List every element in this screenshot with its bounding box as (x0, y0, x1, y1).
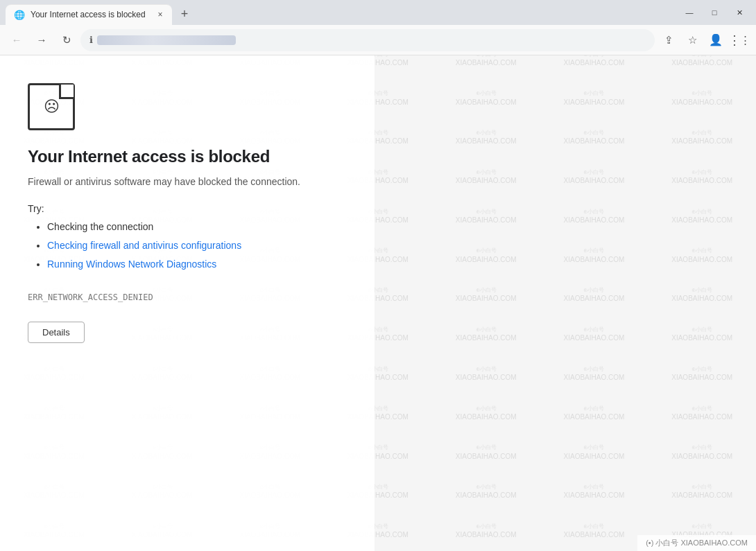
firewall-link[interactable]: Checking firewall and antivirus configur… (47, 240, 241, 251)
details-button[interactable]: Details (28, 322, 85, 343)
new-tab-icon: + (181, 7, 189, 21)
menu-button[interactable]: ⋮ ⋮ (728, 29, 750, 51)
profile-icon: 👤 (709, 33, 723, 46)
forward-button[interactable]: → (31, 29, 53, 51)
error-title: Your Internet access is blocked (28, 147, 347, 166)
share-button[interactable]: ⇪ (658, 29, 680, 51)
forward-icon: → (37, 34, 47, 46)
reload-icon: ↻ (62, 34, 71, 46)
share-icon: ⇪ (664, 34, 673, 46)
new-tab-button[interactable]: + (175, 4, 194, 24)
error-try-label: Try: (28, 203, 347, 214)
address-info-icon[interactable]: ℹ (89, 35, 93, 45)
minimize-button[interactable]: — (678, 4, 701, 21)
list-item: Running Windows Network Diagnostics (47, 257, 347, 272)
bookmark-icon: ☆ (688, 34, 697, 46)
tab-close-button[interactable]: × (154, 8, 166, 21)
close-button[interactable]: ✕ (728, 4, 750, 21)
error-page: ☹ Your Internet access is blocked Firewa… (0, 55, 375, 551)
profile-button[interactable]: 👤 (705, 29, 727, 51)
toolbar-right-actions: ⇪ ☆ 👤 ⋮ ⋮ (658, 29, 750, 51)
menu-icon: ⋮ (728, 33, 740, 48)
reload-button[interactable]: ↻ (55, 29, 78, 51)
browser-toolbar: ← → ↻ ℹ ⇪ ☆ 👤 ⋮ ⋮ (0, 25, 756, 55)
restore-button[interactable]: □ (703, 4, 725, 21)
title-bar: 🌐 Your Internet access is blocked × + — … (0, 0, 756, 25)
bookmark-button[interactable]: ☆ (681, 29, 703, 51)
url-text (97, 35, 236, 45)
bottom-watermark-text: (•) 小白号 XIAOBAIHAO.COM (646, 538, 748, 548)
error-face-icon: ☹ (44, 99, 60, 114)
diagnostics-link[interactable]: Running Windows Network Diagnostics (47, 259, 216, 270)
window-controls: — □ ✕ (673, 0, 756, 25)
address-bar[interactable]: ℹ (80, 29, 655, 51)
active-tab[interactable]: 🌐 Your Internet access is blocked × (6, 4, 172, 25)
page-content: ☹ Your Internet access is blocked Firewa… (0, 55, 756, 551)
list-item: Checking firewall and antivirus configur… (47, 238, 347, 253)
back-icon: ← (12, 34, 22, 46)
tab-favicon: 🌐 (14, 9, 25, 20)
suggestion-text-1: Checking the connection (47, 221, 153, 232)
bottom-watermark: (•) 小白号 XIAOBAIHAO.COM (637, 535, 756, 551)
tab-title: Your Internet access is blocked (31, 10, 151, 19)
error-suggestions-list: Checking the connection Checking firewal… (28, 220, 347, 276)
back-button[interactable]: ← (6, 29, 28, 51)
error-subtitle: Firewall or antivirus software may have … (28, 175, 347, 189)
tab-area: 🌐 Your Internet access is blocked × + (0, 0, 673, 25)
error-code: ERR_NETWORK_ACCESS_DENIED (28, 292, 347, 302)
browser-window: 🌐 Your Internet access is blocked × + — … (0, 0, 756, 551)
error-icon: ☹ (28, 83, 75, 130)
list-item: Checking the connection (47, 220, 347, 234)
